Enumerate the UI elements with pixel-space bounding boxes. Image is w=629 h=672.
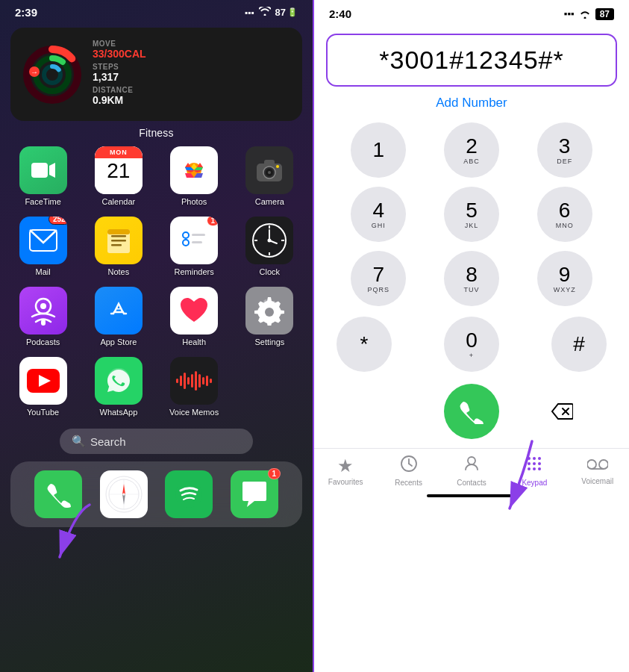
signal-icon: ▪▪▪ [245,7,254,18]
fitness-widget[interactable]: → MOVE 33/300CAL STEPS 1,317 DISTANCE 0.… [10,28,302,121]
left-time: 2:39 [15,6,37,19]
move-value: 33/300CAL [93,48,290,60]
dial-btn-8[interactable]: 8 TUV [444,251,499,306]
wifi-icon [259,7,271,18]
mail-label: Mail [36,267,51,276]
dock-spotify[interactable] [165,470,213,518]
tab-voicemail[interactable]: Voicemail [575,456,620,485]
app-item-facetime[interactable]: FaceTime [10,146,75,206]
app-item-whatsapp[interactable]: WhatsApp [86,357,151,417]
app-item-appstore[interactable]: App Store [86,287,151,346]
clock-icon [245,217,293,264]
calendar-icon: MON 21 [95,146,143,194]
search-bar[interactable]: 🔍 Search [60,429,253,454]
dock-safari[interactable] [100,470,148,518]
right-signal: ▪▪▪ [564,8,575,19]
svg-rect-21 [111,244,122,246]
svg-point-16 [276,165,279,168]
tab-recents[interactable]: Recents [387,455,431,487]
left-arrow [45,497,104,575]
camera-label: Camera [255,197,284,206]
health-icon [170,287,218,335]
reminders-label: Reminders [175,267,214,276]
app-item-health[interactable]: Health [162,287,227,346]
search-icon: 🔍 [72,435,86,448]
svg-rect-51 [198,374,201,388]
photos-label: Photos [181,197,207,206]
dial-btn-3[interactable]: 3 DEF [537,122,592,178]
dial-btn-1[interactable]: 1 [351,122,406,178]
svg-rect-52 [202,377,204,385]
svg-rect-26 [192,234,205,236]
app-item-podcasts[interactable]: Podcasts [10,287,75,346]
delete-button[interactable] [534,384,589,439]
svg-rect-50 [195,371,197,391]
battery-icon: 🔋 [287,7,298,17]
svg-point-15 [268,171,271,174]
right-status-bar: 2:40 ▪▪▪ 87 [314,0,629,25]
whatsapp-label: WhatsApp [100,408,138,417]
svg-rect-22 [107,229,130,234]
whatsapp-icon [95,357,143,405]
clock-label: Clock [260,267,281,276]
svg-rect-38 [41,320,46,326]
svg-rect-12 [264,160,275,166]
dock-messages[interactable]: 1 [231,470,278,518]
svg-point-68 [468,457,475,464]
svg-point-35 [268,239,272,243]
call-button[interactable] [444,384,499,439]
call-delete-row [314,381,629,442]
dial-btn-0[interactable]: 0 + [444,317,499,372]
svg-rect-49 [191,374,193,388]
svg-point-79 [599,460,608,469]
voicememos-label: Voice Memos [169,408,219,417]
left-status-bar: 2:39 ▪▪▪ 87 🔋 [0,0,313,22]
dial-btn-4[interactable]: 4 GHI [351,187,406,242]
app-item-camera[interactable]: Camera [237,146,302,206]
app-item-photos[interactable]: Photos [162,146,227,206]
fitness-section-label: Fitness [0,127,313,139]
dial-input-container[interactable]: *3001#12345#* [326,34,617,87]
dial-btn-5[interactable]: 5 JKL [444,187,499,242]
search-label: Search [90,435,126,448]
app-item-notes[interactable]: Notes [86,217,151,276]
app-item-calendar[interactable]: MON 21 Calendar [86,146,151,206]
app-item-clock[interactable]: Clock [237,217,302,276]
app-item-mail[interactable]: 252 Mail [10,217,75,276]
tab-favourites[interactable]: ★ Favourites [323,455,368,486]
photos-icon [170,146,218,194]
add-number-btn[interactable]: Add Number [314,96,629,111]
svg-point-61 [175,481,202,508]
contacts-icon [463,455,481,477]
dial-btn-star[interactable]: * [337,317,392,372]
app-item-youtube[interactable]: YouTube [10,357,75,417]
dial-btn-2[interactable]: 2 ABC [444,122,499,178]
podcasts-label: Podcasts [26,337,60,346]
health-label: Health [182,337,206,346]
svg-rect-45 [176,379,178,383]
calendar-label: Calendar [102,197,136,206]
distance-label: DISTANCE [93,86,290,94]
reminders-icon: 1 [170,217,218,264]
mail-icon: 252 [19,217,67,264]
svg-rect-20 [111,240,126,242]
dial-pad: 1 2 ABC 3 DEF 4 GHI 5 JKL 6 MNO 7 PQRS [314,122,629,306]
svg-rect-19 [111,235,126,237]
svg-rect-46 [180,376,182,386]
svg-text:→: → [31,68,38,76]
app-item-reminders[interactable]: 1 Reminders [162,217,227,276]
app-item-settings[interactable]: Settings [237,287,302,346]
steps-label: STEPS [93,63,290,71]
activity-ring: → [22,45,82,105]
voicememos-icon [170,357,218,405]
notes-icon [95,217,143,264]
empty-space [354,384,409,439]
dial-btn-hash[interactable]: # [551,317,607,372]
dial-action-row: * 0 + # [314,314,629,375]
dial-btn-7[interactable]: 7 PQRS [351,251,406,306]
fitness-stats: MOVE 33/300CAL STEPS 1,317 DISTANCE 0.9K… [93,40,290,109]
dial-btn-9[interactable]: 9 WXYZ [537,251,592,306]
app-item-voicememos[interactable]: Voice Memos [162,357,227,417]
dial-btn-6[interactable]: 6 MNO [537,187,592,242]
tab-bar: ★ Favourites Recents Contacts [314,448,629,490]
